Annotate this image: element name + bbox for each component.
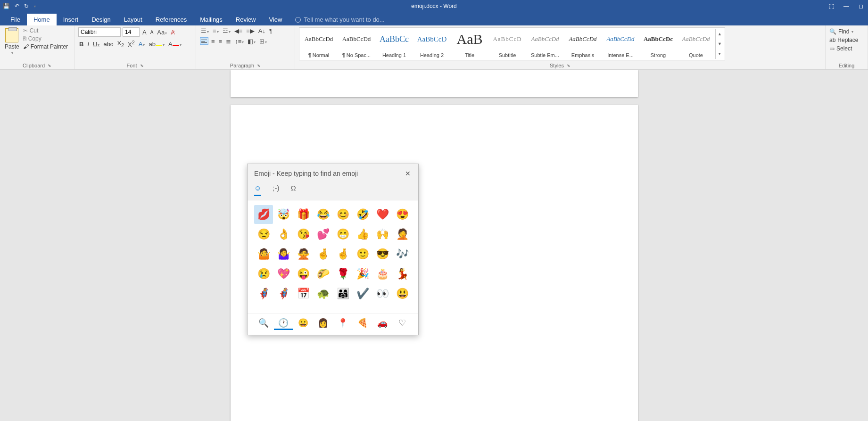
numbering-button[interactable]: ≡▾ <box>212 27 220 34</box>
minimize-icon[interactable]: — <box>843 3 849 9</box>
emoji-item[interactable]: 🤞 <box>333 245 352 264</box>
align-right-button[interactable]: ≡ <box>218 38 223 45</box>
emoji-category-smileys[interactable]: 😀 <box>294 317 313 330</box>
emoji-item[interactable]: 🤷‍♀️ <box>274 245 293 264</box>
emoji-item[interactable]: ❤️ <box>373 205 392 224</box>
emoji-item[interactable]: 🤷 <box>254 245 273 264</box>
emoji-category-food[interactable]: 🍕 <box>353 317 372 330</box>
emoji-item[interactable]: 🦸 <box>254 284 273 303</box>
emoji-category-people[interactable]: 👩 <box>314 317 332 330</box>
emoji-item[interactable]: ✔️ <box>353 284 372 303</box>
copy-button[interactable]: ⎘Copy <box>23 35 68 42</box>
styles-scroll-▼[interactable]: ▼ <box>716 39 724 49</box>
subscript-button[interactable]: X2 <box>116 40 125 48</box>
align-left-button[interactable] <box>200 37 208 45</box>
undo-icon[interactable]: ↶ <box>15 3 19 9</box>
emoji-item[interactable]: 🤦 <box>393 225 412 244</box>
font-size-input[interactable] <box>123 27 140 37</box>
increase-indent-button[interactable]: ≡▶ <box>245 27 256 34</box>
emoji-item[interactable]: 😃 <box>393 284 412 303</box>
emoji-item[interactable]: 🤞 <box>314 245 332 264</box>
cut-button[interactable]: ✂Cut <box>23 27 68 34</box>
font-color-button[interactable]: A▾ <box>167 41 182 48</box>
tell-me-search[interactable]: Tell me what you want to do... <box>289 14 391 25</box>
tab-insert[interactable]: Insert <box>57 14 85 25</box>
style---no-spac---[interactable]: AaBbCcDd¶ No Spac... <box>338 29 375 59</box>
bold-button[interactable]: B <box>78 41 84 48</box>
tab-home[interactable]: Home <box>27 14 57 25</box>
emoji-item[interactable]: 💋 <box>254 205 273 224</box>
emoji-item[interactable]: 😎 <box>373 245 392 264</box>
emoji-item[interactable]: 📅 <box>294 284 313 303</box>
tab-review[interactable]: Review <box>229 14 263 25</box>
maximize-icon[interactable]: ◻ <box>859 3 863 9</box>
style-emphasis[interactable]: AaBbCcDdEmphasis <box>564 29 601 59</box>
emoji-item[interactable]: 👨‍👩‍👧 <box>333 284 352 303</box>
close-icon[interactable]: ✕ <box>402 168 413 179</box>
emoji-item[interactable]: 😜 <box>294 264 313 283</box>
emoji-item[interactable]: 💃 <box>393 264 412 283</box>
style-intense-e---[interactable]: AaBbCcDdIntense E... <box>602 29 639 59</box>
justify-button[interactable]: ≣ <box>225 38 232 45</box>
emoji-category-symbols[interactable]: ♡ <box>393 317 412 330</box>
style-subtitle[interactable]: AaBbCcDSubtitle <box>489 29 526 59</box>
ribbon-options-icon[interactable]: ⬚ <box>829 3 834 9</box>
emoji-item[interactable]: 🙅 <box>294 245 313 264</box>
emoji-category-places[interactable]: 📍 <box>333 317 352 330</box>
emoji-item[interactable]: 😒 <box>254 225 273 244</box>
styles-scroll-▲[interactable]: ▲ <box>716 29 724 39</box>
save-icon[interactable]: 💾 <box>3 3 10 9</box>
highlight-button[interactable]: ab▾ <box>148 41 165 48</box>
emoji-category-recent[interactable]: 🕐 <box>274 317 293 330</box>
decrease-indent-button[interactable]: ◀≡ <box>233 27 244 34</box>
emoji-category-search[interactable]: 🔍 <box>254 317 273 330</box>
superscript-button[interactable]: X2 <box>127 40 136 48</box>
emoji-item[interactable]: 😊 <box>333 205 352 224</box>
borders-button[interactable]: ⊞▾ <box>258 38 268 45</box>
select-button[interactable]: ▭Select <box>829 45 858 52</box>
redo-icon[interactable]: ↻ <box>24 3 29 9</box>
emoji-item[interactable]: 🙂 <box>353 245 372 264</box>
change-case-button[interactable]: Aa▾ <box>156 29 168 36</box>
text-effects-button[interactable]: A▾ <box>138 41 146 48</box>
emoji-item[interactable]: 😘 <box>294 225 313 244</box>
qat-more-icon[interactable]: ▾ <box>34 4 36 8</box>
emoji-item[interactable]: 👍 <box>353 225 372 244</box>
font-name-input[interactable] <box>78 27 121 37</box>
emoji-item[interactable]: 🌹 <box>333 264 352 283</box>
emoji-item[interactable]: 🦸‍♂️ <box>274 284 293 303</box>
tab-references[interactable]: References <box>149 14 193 25</box>
style-strong[interactable]: AaBbCcDcStrong <box>640 29 677 59</box>
line-spacing-button[interactable]: ↕≡▾ <box>234 38 245 45</box>
strikethrough-button[interactable]: abc <box>102 41 114 48</box>
emoji-item[interactable]: 😢 <box>254 264 273 283</box>
emoji-tab-emoji[interactable]: ☺ <box>254 184 261 196</box>
emoji-item[interactable]: 👀 <box>373 284 392 303</box>
emoji-item[interactable]: 👌 <box>274 225 293 244</box>
emoji-item[interactable]: 🎂 <box>373 264 392 283</box>
emoji-item[interactable]: 🎁 <box>294 205 313 224</box>
shading-button[interactable]: ◧▾ <box>247 38 256 45</box>
emoji-category-transport[interactable]: 🚗 <box>373 317 392 330</box>
emoji-tab-symbols[interactable]: Ω <box>291 184 296 196</box>
multilevel-button[interactable]: ☲▾ <box>222 27 231 34</box>
emoji-item[interactable]: 🌮 <box>314 264 332 283</box>
align-center-button[interactable]: ≡ <box>210 38 216 45</box>
emoji-item[interactable]: 🙌 <box>373 225 392 244</box>
style-heading-2[interactable]: AaBbCcDHeading 2 <box>413 29 450 59</box>
sort-button[interactable]: A↓ <box>257 27 266 34</box>
page-previous-bottom[interactable] <box>231 70 638 97</box>
style-title[interactable]: AaBTitle <box>451 29 488 59</box>
clipboard-dialog-launcher[interactable]: ⬊ <box>48 63 51 68</box>
bullets-button[interactable]: ☰▾ <box>200 27 210 34</box>
format-painter-button[interactable]: 🖌Format Painter <box>23 43 68 50</box>
find-button[interactable]: 🔍Find▾ <box>829 28 858 35</box>
paste-button[interactable]: Paste ▾ <box>4 27 20 56</box>
styles-dialog-launcher[interactable]: ⬊ <box>567 63 570 68</box>
emoji-item[interactable]: 💖 <box>274 264 293 283</box>
style-subtle-em---[interactable]: AaBbCcDdSubtle Em... <box>527 29 563 59</box>
emoji-item[interactable]: 😍 <box>393 205 412 224</box>
emoji-tab-kaomoji[interactable]: ;-) <box>273 184 279 196</box>
tab-mailings[interactable]: Mailings <box>193 14 229 25</box>
emoji-item[interactable]: 😂 <box>314 205 332 224</box>
